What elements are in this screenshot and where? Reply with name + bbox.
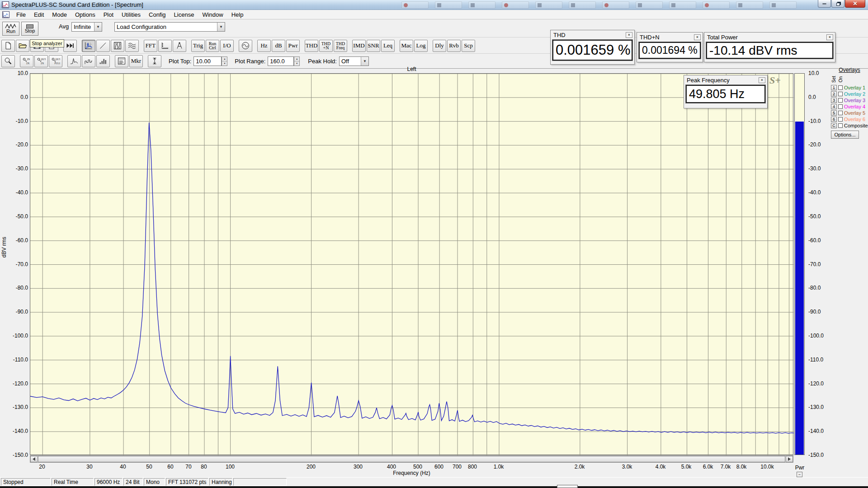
plot-range-spinner[interactable]: ▲▼ [294, 56, 300, 66]
overlay-on-checkbox-6[interactable] [838, 117, 843, 122]
close-icon[interactable]: × [626, 32, 632, 38]
menu-options[interactable]: Options [71, 10, 99, 19]
scroll-right-button[interactable] [786, 456, 793, 462]
stop-button[interactable]: Stop [21, 22, 38, 36]
menu-edit[interactable]: Edit [30, 10, 48, 19]
menu-window[interactable]: Window [198, 10, 227, 19]
imd-button[interactable]: IMD [352, 40, 366, 52]
avg-select[interactable]: Infinite ▼ [71, 22, 102, 32]
menu-file[interactable]: File [12, 10, 30, 19]
thd-n-button[interactable]: THD+N [319, 40, 333, 52]
overlays-on-column-label: On [838, 76, 843, 82]
overlay-set-button-c[interactable]: C [831, 123, 837, 128]
menu-plot[interactable]: Plot [99, 10, 118, 19]
status-fft-131072-pts: FFT 131072 pts [166, 478, 208, 486]
io-device-button[interactable]: I/O [220, 40, 234, 52]
hz-button[interactable]: Hz [257, 40, 271, 52]
db-button[interactable]: dB [272, 40, 285, 52]
configuration-select[interactable]: Load Configuration ▼ [114, 22, 225, 32]
menu-mode[interactable]: Mode [48, 10, 71, 19]
thd-freq-button[interactable]: THDFreq [334, 40, 347, 52]
zoom-in-2x-button[interactable]: IN2X [20, 55, 33, 67]
overlay-on-checkbox-1[interactable] [838, 85, 843, 90]
x-tick-label: 300 [347, 464, 369, 470]
y-tick-label: -30.0 [808, 165, 828, 172]
arrow-left-icon [33, 457, 35, 461]
plot-top-input[interactable] [193, 56, 222, 66]
menu-config[interactable]: Config [145, 10, 170, 19]
y-tick-label: -130.0 [8, 404, 28, 410]
new-file-button[interactable] [1, 40, 15, 52]
display-options-button[interactable] [115, 55, 128, 67]
macro-button[interactable]: Mac [400, 40, 413, 52]
pwr-button[interactable]: Pwr [286, 40, 300, 52]
spectrum-plot[interactable] [30, 73, 793, 455]
step-curve-button[interactable] [82, 55, 95, 67]
overlay-on-checkbox-5[interactable] [838, 111, 843, 115]
meter-collapse-button[interactable]: − [797, 472, 802, 477]
close-icon[interactable]: × [759, 77, 765, 83]
horizontal-scrollbar[interactable] [30, 455, 793, 463]
scaling-button[interactable] [158, 40, 172, 52]
close-button[interactable]: ✕ [845, 0, 865, 8]
thd-button[interactable]: THD [305, 40, 318, 52]
overlay-set-button-4[interactable]: 4 [831, 104, 837, 109]
taskbar-sliver [0, 486, 868, 488]
log-button[interactable]: Log [414, 40, 428, 52]
reverb-button[interactable]: Rvb [447, 40, 461, 52]
bar-display-button[interactable] [96, 55, 110, 67]
surface-view-button[interactable] [125, 40, 139, 52]
scrollbar-thumb[interactable] [38, 456, 785, 462]
menu-license[interactable]: License [170, 10, 198, 19]
spectrum-view-button[interactable] [82, 40, 95, 52]
overlay-set-button-5[interactable]: 5 [831, 110, 837, 116]
signal-generator-button[interactable] [239, 40, 252, 52]
overlays-options-button[interactable]: Options... [831, 131, 859, 139]
close-icon[interactable]: × [694, 34, 701, 40]
open-file-button[interactable] [16, 40, 29, 52]
calibration-button[interactable] [173, 40, 186, 52]
scroll-left-button[interactable] [30, 456, 38, 462]
overlay-set-button-6[interactable]: 6 [831, 117, 837, 122]
run-button[interactable]: Run [2, 22, 19, 36]
overlay-on-checkbox-4[interactable] [838, 104, 843, 109]
spectrogram-view-button[interactable] [111, 40, 124, 52]
zoom-out-2x-button[interactable]: OUT2X [34, 55, 48, 67]
scope-button[interactable]: Scp [462, 40, 475, 52]
marker-button[interactable]: Mkr [129, 55, 143, 67]
run-control-button[interactable]: RunCtrl [206, 40, 219, 52]
status-96000-hz: 96000 Hz [94, 478, 123, 486]
trigger-button[interactable]: Trig [191, 40, 205, 52]
peak-curve-icon [70, 57, 79, 65]
restore-button[interactable] [831, 0, 844, 8]
y-tick-label: -50.0 [8, 213, 28, 220]
overlay-on-checkbox-c[interactable] [838, 123, 843, 128]
fft-settings-button[interactable]: FFT [144, 40, 157, 52]
fast-forward-button[interactable] [63, 40, 77, 52]
vertical-scale-button[interactable] [148, 55, 161, 67]
overlay-set-button-2[interactable]: 2 [831, 91, 837, 97]
child-window-icon[interactable] [2, 11, 9, 18]
delay-button[interactable]: Dly [433, 40, 446, 52]
minimize-button[interactable] [818, 0, 831, 8]
overlay-set-button-3[interactable]: 3 [831, 98, 837, 103]
zoom-out-full-button[interactable]: OUTFULL [49, 55, 62, 67]
menu-utilities[interactable]: Utilities [118, 10, 145, 19]
overlay-label: Composite [844, 123, 868, 128]
overlay-row-2: 2Overlay 2 [831, 91, 868, 97]
peak-curve-button[interactable] [67, 55, 81, 67]
close-icon[interactable]: × [826, 34, 833, 40]
time-series-view-button[interactable] [96, 40, 110, 52]
plot-range-input[interactable] [268, 56, 294, 66]
overlay-on-checkbox-3[interactable] [838, 98, 843, 103]
snr-button[interactable]: SNR [367, 40, 380, 52]
peak-hold-select[interactable]: Off ▼ [339, 56, 369, 66]
overlay-on-checkbox-2[interactable] [838, 92, 843, 96]
overlay-set-button-1[interactable]: 1 [831, 85, 837, 90]
x-tick-label: 100 [219, 464, 241, 470]
status-hanning: Hanning [209, 478, 232, 486]
plot-top-spinner[interactable]: ▲▼ [222, 56, 227, 66]
zoom-button[interactable] [1, 55, 15, 67]
menu-help[interactable]: Help [227, 10, 248, 19]
leq-button[interactable]: Leq [381, 40, 395, 52]
